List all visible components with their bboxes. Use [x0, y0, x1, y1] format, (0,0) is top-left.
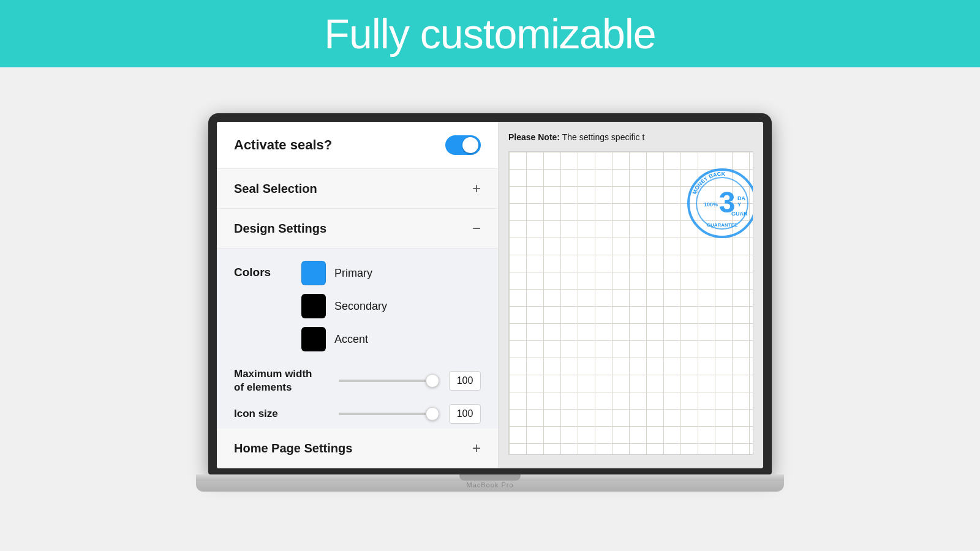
icon-size-row: Icon size 100 [234, 404, 481, 424]
svg-text:GUAR: GUAR [731, 211, 748, 217]
colors-label: Colors [234, 261, 283, 279]
svg-text:DA: DA [737, 195, 745, 201]
design-settings-row[interactable]: Design Settings − [217, 209, 498, 249]
max-width-track [339, 380, 439, 382]
laptop-screen-frame: Activate seals? Seal Selection + [208, 113, 772, 474]
icon-size-thumb[interactable] [426, 407, 439, 421]
header-banner: Fully customizable [0, 0, 980, 67]
seal-selection-row[interactable]: Seal Selection + [217, 169, 498, 209]
color-options: Primary Secondary Accent [301, 261, 387, 351]
seal-stamp: 3 MONEY BACK GUARANTEE 100% [685, 167, 753, 240]
secondary-color-label: Secondary [334, 300, 387, 313]
icon-size-slider[interactable] [339, 408, 439, 420]
accent-color-swatch[interactable] [301, 327, 326, 351]
main-content: Activate seals? Seal Selection + [0, 67, 980, 551]
max-width-fill [339, 380, 434, 382]
secondary-color-item: Secondary [301, 294, 387, 318]
laptop-base: MacBook Pro [196, 474, 784, 492]
max-width-label: Maximum width of elements [234, 367, 329, 394]
laptop-notch [459, 474, 521, 481]
note-text: Please Note: The settings specific t [508, 132, 753, 144]
colors-section: Colors Primary Secondary [234, 261, 481, 351]
note-bold: Please Note: [508, 132, 560, 142]
home-page-settings-row[interactable]: Home Page Settings + [217, 429, 498, 468]
note-content: The settings specific t [562, 132, 645, 142]
accent-color-label: Accent [334, 333, 368, 346]
laptop-frame: Activate seals? Seal Selection + [202, 113, 778, 511]
icon-size-fill [339, 413, 434, 415]
home-page-settings-label: Home Page Settings [234, 441, 352, 455]
right-panel: Please Note: The settings specific t [499, 122, 763, 468]
icon-size-value: 100 [449, 404, 481, 424]
left-panel: Activate seals? Seal Selection + [217, 122, 499, 468]
max-width-slider[interactable] [339, 375, 439, 387]
activate-seals-row: Activate seals? [217, 122, 498, 169]
svg-text:100%: 100% [704, 201, 718, 208]
design-settings-label: Design Settings [234, 222, 326, 236]
laptop-brand: MacBook Pro [466, 481, 513, 489]
primary-color-swatch[interactable] [301, 261, 326, 285]
svg-text:Y: Y [737, 201, 741, 208]
seal-selection-label: Seal Selection [234, 182, 317, 196]
activate-seals-toggle[interactable] [445, 135, 481, 155]
secondary-color-swatch[interactable] [301, 294, 326, 318]
max-width-thumb[interactable] [426, 374, 439, 388]
icon-size-label: Icon size [234, 407, 329, 421]
primary-color-label: Primary [334, 267, 372, 280]
header-title: Fully customizable [324, 10, 655, 58]
design-settings-body: Colors Primary Secondary [217, 249, 498, 448]
home-page-settings-expand-icon[interactable]: + [472, 440, 481, 457]
icon-size-track [339, 413, 439, 415]
laptop-screen: Activate seals? Seal Selection + [217, 122, 763, 468]
max-width-row: Maximum width of elements 100 [234, 367, 481, 394]
svg-text:GUARANTEE: GUARANTEE [707, 222, 738, 228]
primary-color-item: Primary [301, 261, 387, 285]
design-settings-collapse-icon[interactable]: − [472, 220, 481, 237]
toggle-knob [462, 137, 478, 153]
max-width-value: 100 [449, 371, 481, 391]
seal-selection-expand-icon[interactable]: + [472, 180, 481, 197]
activate-seals-label: Activate seals? [234, 137, 332, 153]
grid-preview: 3 MONEY BACK GUARANTEE 100% [508, 151, 753, 455]
accent-color-item: Accent [301, 327, 387, 351]
